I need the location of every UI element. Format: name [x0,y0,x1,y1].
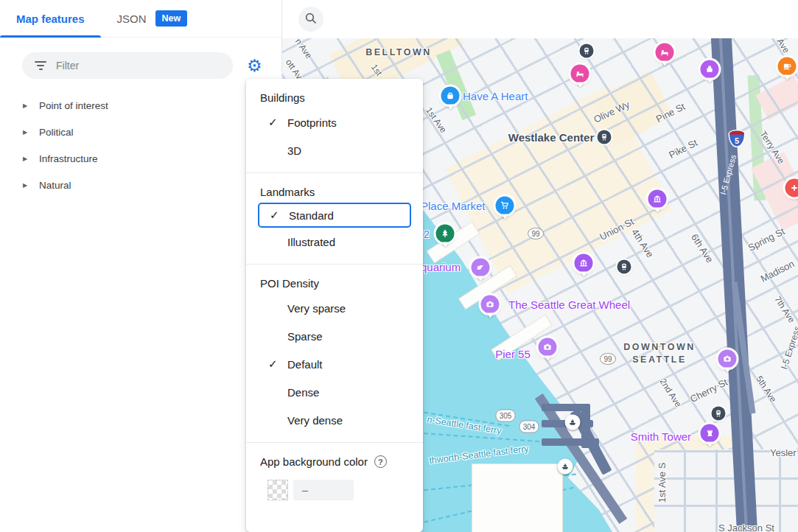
colman-dock-pier [472,464,562,532]
option-default[interactable]: ✓ Default [246,350,423,378]
ferry-terminal-icon[interactable] [565,415,581,430]
museum-pin[interactable] [648,190,667,209]
section-title-buildings: Buildings [246,91,423,108]
map-style-editor: n Ave ott Av 1st 1st Ave BELLTOWN Olive … [0,0,798,532]
street-grid-south [654,449,798,532]
feature-tree: ▶Point of interest ▶Political ▶Infrastru… [0,92,281,198]
check-icon: ✓ [268,357,287,371]
section-title-app-background-color: App background color [260,455,368,468]
color-swatch-transparent[interactable] [267,480,288,500]
tree-item-infrastructure[interactable]: ▶Infrastructure [0,145,281,172]
castle-tower-pin[interactable] [701,424,719,443]
chevron-right-icon: ▶ [23,182,39,189]
hospital-pin[interactable] [785,179,798,197]
option-sparse[interactable]: Sparse [246,322,423,350]
photo-spot-pin[interactable] [718,350,737,368]
map-toolbar [282,0,798,38]
route-shield-305: 305 [496,410,516,422]
cafe-pin[interactable] [778,57,797,76]
tree-item-point-of-interest[interactable]: ▶Point of interest [0,92,281,119]
neighborhood-label-seattle: SEATTLE [632,354,687,365]
hotel-pin[interactable] [656,43,674,62]
route-shield-304: 304 [519,421,539,433]
shopping-bag-pin[interactable] [441,87,460,105]
neighborhood-label-downtown: DOWNTOWN [623,342,696,352]
map-settings-popover: Buildings ✓ Footprints 3D Landmarks ✓ St… [246,79,423,532]
search-button[interactable] [298,7,323,32]
tab-map-features[interactable]: Map features [0,0,101,38]
poi-label-place-market[interactable]: Place Market [421,200,486,212]
option-dense[interactable]: Dense [246,378,423,406]
color-value-field[interactable]: – [293,480,354,500]
street-label: Yesler W [770,447,798,458]
park-tree-pin[interactable] [436,225,455,243]
neighborhood-label-belltown: BELLTOWN [365,47,432,57]
aquarium-dolphin-pin[interactable] [472,259,490,277]
section-title-poi-density: POI Density [246,277,423,294]
hotel-pin[interactable] [571,65,589,83]
transit-station-icon[interactable] [598,130,612,144]
ferry-terminal-icon[interactable] [558,459,573,475]
tree-item-political[interactable]: ▶Political [0,119,281,145]
poi-label-62: 2 [424,228,430,240]
check-icon: ✓ [270,209,289,222]
panel-tabs: Map features JSONNew [0,0,281,38]
photo-spot-pin[interactable] [481,295,500,314]
check-icon: ✓ [268,116,287,129]
transit-station-icon[interactable] [580,44,594,58]
option-standard[interactable]: ✓ Standard [258,203,411,228]
route-shield-99: 99 [600,353,616,365]
street-label: 1st Ave S [657,463,668,503]
tree-item-natural[interactable]: ▶Natural [0,172,281,198]
option-very-sparse[interactable]: Very sparse [246,294,423,322]
chevron-right-icon: ▶ [23,102,39,109]
transit-station-icon[interactable] [617,260,631,274]
filter-input[interactable]: Filter [22,52,233,79]
street-label: S Jackson St [718,522,774,532]
poi-label-aquarium[interactable]: quarium [421,261,461,273]
filter-icon [34,59,47,72]
search-icon [304,12,318,27]
place-of-worship-pin[interactable] [701,60,719,79]
poi-label-pier-55[interactable]: Pier 55 [495,348,531,360]
section-title-landmarks: Landmarks [246,186,423,203]
filter-placeholder: Filter [56,60,79,71]
option-3d[interactable]: 3D [246,136,423,164]
option-illustrated[interactable]: Illustrated [246,228,423,256]
transit-station-icon[interactable] [712,407,726,421]
chevron-right-icon: ▶ [23,129,39,136]
poi-label-westlake-center[interactable]: Westlake Center [508,131,594,144]
option-very-dense[interactable]: Very dense [246,406,423,434]
poi-label-have-a-heart[interactable]: Have A Heart [463,90,528,102]
photo-spot-pin[interactable] [539,338,557,357]
option-footprints[interactable]: ✓ Footprints [246,108,423,136]
help-icon[interactable]: ? [374,455,387,468]
route-shield-99: 99 [528,228,544,239]
museum-pin[interactable] [575,254,593,273]
tab-json[interactable]: JSONNew [101,0,204,38]
poi-label-smith-tower[interactable]: Smith Tower [631,430,691,443]
style-editor-panel: Map features JSONNew Filter ⚙ ▶Point of … [0,0,282,532]
new-badge: New [155,10,188,27]
gear-icon[interactable]: ⚙ [247,57,262,74]
chevron-right-icon: ▶ [23,155,39,162]
poi-label-great-wheel[interactable]: The Seattle Great Wheel [508,298,630,311]
shopping-cart-pin[interactable] [496,197,514,215]
